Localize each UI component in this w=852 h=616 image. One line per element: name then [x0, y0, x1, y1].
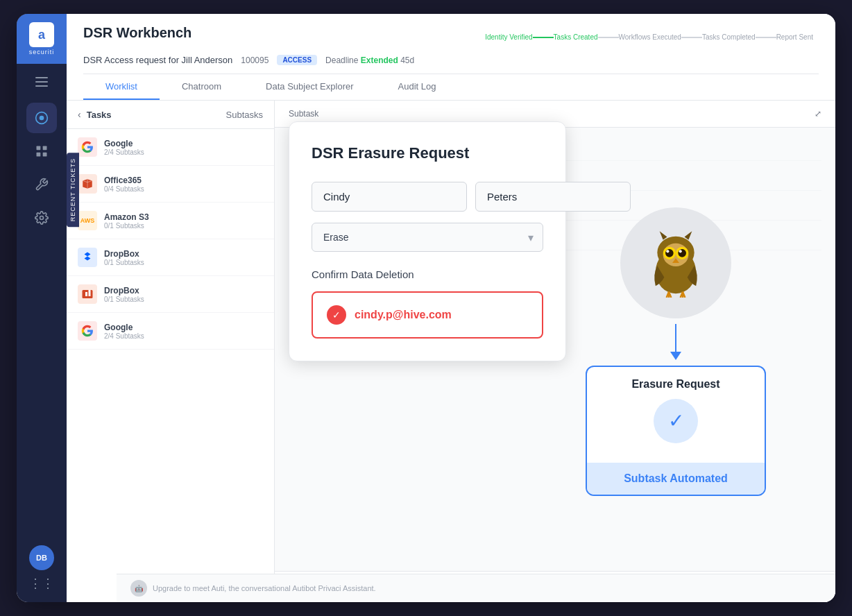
tab-nav: Worklist Chatroom Data Subject Explorer … [83, 74, 819, 100]
svg-rect-2 [37, 146, 41, 151]
back-button[interactable]: ‹ [78, 109, 81, 120]
task-info-dropbox-2: DropBox 0/1 Subtasks [104, 286, 263, 303]
logo-icon: a [29, 22, 54, 47]
step-report-sent: Report Sent [776, 33, 813, 41]
ticket-id: 100095 [241, 55, 269, 65]
svg-point-1 [40, 116, 44, 121]
modal-title: DSR Erasure Request [312, 144, 543, 162]
task-subtasks-dropbox-1: 0/1 Subtasks [104, 259, 263, 266]
task-item-google-2[interactable]: Google 2/4 Subtasks [67, 313, 274, 350]
sidebar: a securiti DB ⋮⋮ [17, 14, 67, 602]
connector-2 [598, 37, 619, 38]
user-avatar[interactable]: DB [29, 545, 54, 570]
svg-marker-14 [685, 231, 692, 240]
arrow-down-icon [670, 324, 681, 360]
task-name-dropbox-2: DropBox [104, 286, 263, 296]
logo-text: securiti [29, 49, 55, 55]
svg-point-6 [40, 216, 44, 220]
apps-icon[interactable]: ⋮⋮ [29, 576, 54, 591]
confirm-label: Confirm Data Deletion [312, 268, 543, 280]
extended-label: Extended [361, 55, 398, 65]
subtask-col-label: Subtasks [226, 110, 263, 120]
tab-data-subject-explorer[interactable]: Data Subject Explorer [244, 74, 375, 100]
subtask-col-header: Subtask [289, 109, 318, 119]
step-identity-verified: Identity Verified [485, 33, 532, 41]
progress-steps: Identity Verified Tasks Created Workflow… [485, 33, 819, 41]
task-item-dropbox-1[interactable]: DropBox 0/1 Subtasks [67, 239, 274, 276]
task-panel: ‹ Tasks Subtasks Google 2/4 Subtasks [67, 101, 275, 602]
email-confirm-box: ✓ cindy.p@hive.com [312, 291, 543, 339]
svg-point-18 [666, 250, 669, 253]
amazon-s3-icon: AWS [78, 211, 97, 230]
google-icon-1 [78, 137, 97, 157]
task-item-dropbox-2[interactable]: DropBox 0/1 Subtasks [67, 276, 274, 313]
step-workflows: Workflows Executed [619, 33, 681, 41]
connector-3 [681, 37, 702, 38]
erasure-check-circle: ✓ [654, 399, 698, 443]
action-select[interactable]: Erase Access Restrict [312, 223, 543, 252]
task-subtasks-dropbox-2: 0/1 Subtasks [104, 296, 263, 303]
dropbox-icon-2 [78, 284, 97, 304]
task-panel-title: Tasks [87, 110, 112, 120]
connector-1 [533, 37, 554, 38]
google-icon-2 [78, 321, 97, 341]
svg-rect-10 [89, 290, 91, 296]
dropbox-icon-1 [78, 248, 97, 267]
step-tasks-completed: Tasks Completed [702, 33, 756, 41]
page-header: DSR Workbench Identity Verified Tasks Cr… [67, 14, 835, 101]
svg-rect-3 [43, 146, 47, 151]
tab-chatroom[interactable]: Chatroom [160, 74, 244, 100]
svg-rect-4 [37, 153, 41, 157]
tab-audit-log[interactable]: Audit Log [376, 74, 459, 100]
tab-worklist[interactable]: Worklist [83, 74, 160, 100]
step-tasks-created: Tasks Created [554, 33, 598, 41]
task-panel-header: ‹ Tasks Subtasks [67, 101, 274, 129]
task-subtasks-google-2: 2/4 Subtasks [104, 332, 263, 340]
svg-point-17 [665, 249, 674, 257]
task-name-google-2: Google [104, 323, 263, 332]
sidebar-item-tools[interactable] [26, 169, 57, 200]
task-info-google-2: Google 2/4 Subtasks [104, 323, 263, 340]
subtask-automated-label: Subtask Automated [601, 472, 751, 485]
main-content: DSR Workbench Identity Verified Tasks Cr… [67, 14, 835, 602]
erasure-card-title: Erasure Request [601, 378, 751, 391]
task-item-google-1[interactable]: Google 2/4 Subtasks [67, 129, 274, 166]
recent-tickets-tab[interactable]: RECENT TICKETS [67, 153, 79, 227]
erasure-request-card: Erasure Request ✓ Subtask Automated [586, 366, 766, 496]
erasure-card-footer: Subtask Automated [587, 463, 765, 495]
name-fields [312, 182, 543, 212]
sidebar-nav [26, 103, 57, 545]
hamburger-icon [35, 77, 48, 87]
sidebar-item-settings[interactable] [26, 203, 57, 233]
task-item-office365[interactable]: Office365 0/4 Subtasks [67, 166, 274, 203]
sidebar-item-dashboard[interactable] [26, 136, 57, 166]
svg-marker-13 [660, 231, 667, 240]
task-info-amazon-s3: Amazon S3 0/1 Subtasks [104, 212, 263, 230]
main-panel: Subtask ⤢ → Run Auto-Discovery Run PD Re… [275, 101, 835, 602]
task-name-office365: Office365 [104, 176, 263, 185]
svg-rect-5 [43, 153, 47, 157]
page-title: DSR Workbench [83, 25, 191, 41]
task-item-amazon-s3[interactable]: AWS Amazon S3 0/1 Subtasks [67, 203, 274, 239]
ticket-info-bar: DSR Access request for Jill Anderson 100… [83, 55, 819, 65]
status-bar-text: Upgrade to meet Auti, the conversational… [153, 584, 376, 592]
office365-icon [78, 174, 97, 194]
check-icon: ✓ [668, 409, 684, 432]
content-body: ‹ Tasks Subtasks Google 2/4 Subtasks [67, 101, 835, 602]
sidebar-bottom: DB ⋮⋮ [29, 545, 54, 602]
sidebar-item-home[interactable] [26, 103, 57, 133]
deadline-label: Deadline Extended 45d [325, 55, 414, 65]
hamburger-menu[interactable] [17, 67, 67, 97]
logo[interactable]: a securiti [17, 14, 67, 64]
first-name-input[interactable] [312, 182, 467, 212]
last-name-input[interactable] [475, 182, 631, 212]
ticket-title: DSR Access request for Jill Anderson [83, 55, 232, 65]
erasure-card-header: Erasure Request ✓ [587, 367, 765, 463]
task-subtasks-amazon-s3: 0/1 Subtasks [104, 222, 263, 230]
task-name-google-1: Google [104, 139, 263, 148]
dsr-erasure-modal: DSR Erasure Request Erase Access Restric… [289, 121, 566, 361]
task-info-google-1: Google 2/4 Subtasks [104, 139, 263, 156]
task-subtasks-google-1: 2/4 Subtasks [104, 148, 263, 156]
svg-point-20 [678, 249, 686, 257]
svg-rect-9 [85, 292, 87, 296]
